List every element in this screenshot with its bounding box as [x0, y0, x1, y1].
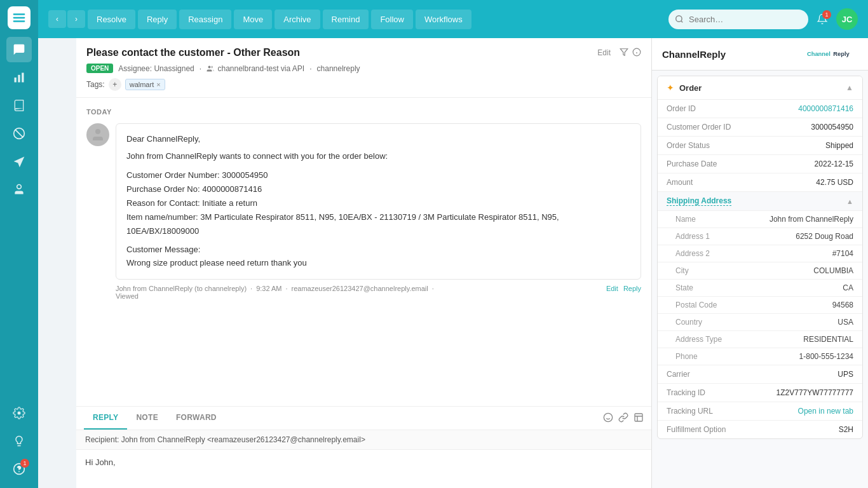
sidebar-item-settings[interactable]	[6, 400, 32, 426]
order-val-status: Shipped	[749, 141, 853, 150]
nav-forward-button[interactable]: ›	[67, 10, 85, 28]
sidebar-item-contacts[interactable]	[6, 177, 32, 202]
main-area: Please contact the customer - Other Reas…	[76, 38, 868, 488]
channel-sub-text: channelreply	[317, 64, 360, 73]
sidebar-item-chat[interactable]	[6, 37, 32, 62]
tracking-url-link[interactable]: Open in new tab	[749, 407, 853, 416]
shipping-row-country: Country USA	[658, 314, 862, 331]
message-line-1: John from ChannelReply wants to connect …	[126, 150, 630, 163]
right-panel: ChannelReply Channel Reply ✦ Order ▲ Ord…	[652, 38, 868, 488]
order-star-icon: ✦	[667, 83, 674, 93]
cr-logo: Channel Reply	[807, 47, 858, 61]
edit-title-button[interactable]: Edit	[593, 47, 614, 58]
order-key-status: Order Status	[667, 141, 749, 150]
message-content: Dear ChannelReply, John from ChannelRepl…	[116, 123, 641, 280]
tab-reply[interactable]: REPLY	[84, 407, 127, 430]
sidebar-item-lightbulb[interactable]	[6, 428, 32, 454]
order-section-header[interactable]: ✦ Order ▲	[658, 76, 862, 100]
remind-button[interactable]: Remind	[323, 10, 369, 29]
order-val-amount: 42.75 USD	[749, 178, 853, 187]
shipping-row-name: Name John from ChannelReply	[658, 211, 862, 228]
order-key-amount: Amount	[667, 178, 749, 187]
resolve-button[interactable]: Resolve	[88, 10, 135, 29]
sidebar-item-help[interactable]: 1	[6, 456, 32, 482]
sidebar-item-knowledge[interactable]	[6, 93, 32, 118]
shipping-address-header[interactable]: Shipping Address ▲	[658, 192, 862, 211]
shipping-collapse-icon[interactable]: ▲	[846, 198, 853, 205]
shipping-row-address1: Address 1 6252 Doug Road	[658, 228, 862, 245]
message-reply-button[interactable]: Reply	[623, 285, 641, 292]
user-avatar[interactable]: JC	[836, 8, 858, 30]
svg-rect-1	[18, 75, 20, 83]
svg-rect-17	[635, 414, 642, 421]
cr-logo-image: Channel Reply	[807, 47, 858, 61]
reply-box: REPLY NOTE FORWARD Recipient: John from …	[76, 406, 651, 488]
remove-tag-button[interactable]: ×	[156, 81, 160, 88]
info-icon[interactable]	[632, 48, 641, 58]
svg-point-5	[17, 185, 22, 189]
reply-body[interactable]: Hi John,	[76, 450, 651, 488]
reassign-button[interactable]: Reassign	[179, 10, 231, 29]
sidebar-logo[interactable]	[8, 6, 31, 29]
order-collapse-icon[interactable]: ▲	[846, 83, 853, 92]
message-time: 9:32 AM	[256, 285, 281, 292]
search-wrap	[668, 10, 808, 29]
nav-back-button[interactable]: ‹	[48, 10, 66, 28]
sidebar-item-block[interactable]	[6, 121, 32, 146]
workflows-button[interactable]: Workflows	[416, 10, 471, 29]
order-val-purchase-date: 2022-12-15	[749, 159, 853, 168]
filter-icon[interactable]	[620, 48, 628, 58]
shipping-row-state: State CA	[658, 280, 862, 297]
shipping-row-address2: Address 2 #7104	[658, 245, 862, 262]
message-item: Dear ChannelReply, John from ChannelRepl…	[86, 123, 641, 300]
message-email: reamazeuser26123427@channelreply.email	[292, 285, 428, 292]
move-button[interactable]: Move	[234, 10, 272, 29]
tag-walmart: walmart ×	[125, 79, 165, 90]
tab-note[interactable]: NOTE	[127, 407, 167, 430]
order-val-customer-id: 3000054950	[749, 123, 853, 132]
reply-recipient: Recipient: John from ChannelReply <reama…	[76, 430, 651, 450]
order-row-status: Order Status Shipped	[658, 137, 862, 155]
svg-point-12	[208, 66, 211, 69]
search-input[interactable]	[668, 10, 808, 29]
add-tag-button[interactable]: +	[109, 78, 121, 91]
message-order-details: Customer Order Number: 3000054950 Purcha…	[126, 168, 630, 238]
channel-reply-header: ChannelReply Channel Reply	[652, 38, 868, 71]
conv-header: Please contact the customer - Other Reas…	[76, 38, 651, 98]
message-greeting: Dear ChannelReply,	[126, 133, 630, 146]
template-icon[interactable]	[634, 412, 644, 424]
order-row-fulfillment: Fulfillment Option S2H	[658, 421, 862, 438]
emoji-icon[interactable]	[603, 412, 613, 424]
order-row-id: Order ID 4000000871416	[658, 100, 862, 118]
svg-point-7	[676, 16, 682, 22]
order-section: ✦ Order ▲ Order ID 4000000871416 Custome…	[657, 76, 863, 439]
order-row-carrier: Carrier UPS	[658, 365, 862, 384]
message-edit-button[interactable]: Edit	[606, 285, 618, 292]
order-val-id[interactable]: 4000000871416	[749, 104, 853, 113]
sidebar-item-reports[interactable]	[6, 65, 32, 90]
order-row-customer-id: Customer Order ID 3000054950	[658, 118, 862, 137]
shipping-row-phone: Phone 1-800-555-1234	[658, 348, 862, 365]
follow-button[interactable]: Follow	[371, 10, 413, 29]
order-row-amount: Amount 42.75 USD	[658, 173, 862, 192]
sidebar-item-campaigns[interactable]	[6, 149, 32, 174]
help-badge: 1	[20, 459, 29, 468]
order-row-tracking-id: Tracking ID 1Z2V777YW77777777	[658, 384, 862, 402]
message-sender: John from ChannelReply (to channelreply)	[116, 285, 247, 292]
svg-marker-8	[620, 48, 628, 55]
tab-forward[interactable]: FORWARD	[167, 407, 226, 430]
reply-tabs: REPLY NOTE FORWARD	[76, 407, 651, 430]
bell-badge: 1	[822, 10, 831, 19]
channel-text: channelbrand-test via API	[207, 64, 304, 73]
archive-button[interactable]: Archive	[275, 10, 320, 29]
bell-button[interactable]: 1	[811, 8, 834, 30]
order-row-tracking-url: Tracking URL Open in new tab	[658, 402, 862, 421]
order-key-id: Order ID	[667, 104, 749, 113]
link-icon[interactable]	[618, 412, 628, 424]
shipping-row-postal: Postal Code 94568	[658, 297, 862, 314]
day-label: TODAY	[86, 108, 641, 116]
conversation-panel: Please contact the customer - Other Reas…	[76, 38, 652, 488]
reply-button[interactable]: Reply	[138, 10, 177, 29]
avatar	[86, 123, 109, 146]
messages-area: TODAY Dear ChannelReply, John from Chann…	[76, 98, 651, 406]
